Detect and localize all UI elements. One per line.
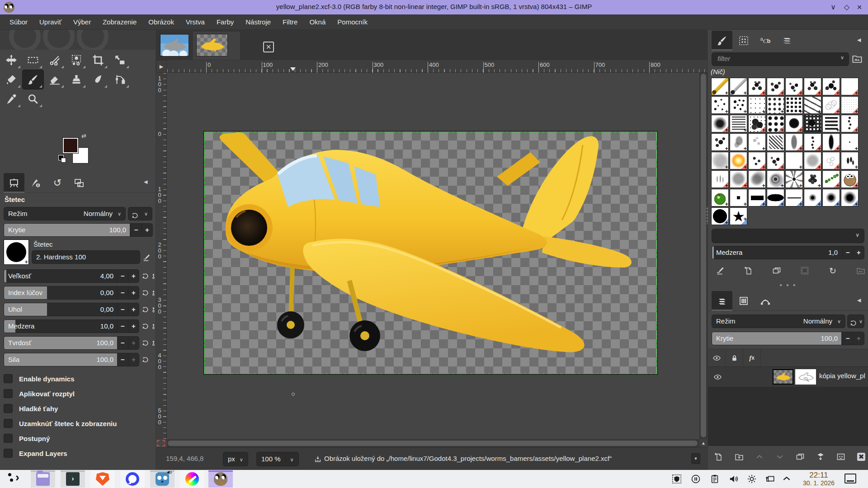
ruler-corner-button[interactable]: ▶ (156, 60, 167, 73)
increment-button[interactable]: + (128, 337, 139, 349)
zoom-follow-button[interactable]: ▲ (699, 439, 708, 447)
increment-button[interactable]: + (128, 286, 139, 299)
lock-icon[interactable] (726, 349, 743, 366)
brush-cell[interactable] (785, 189, 803, 206)
reset-value-icon[interactable] (141, 269, 149, 283)
brush-cell[interactable] (785, 152, 803, 169)
brush-cell[interactable] (804, 133, 821, 151)
brush-cell[interactable] (711, 78, 729, 95)
screen-share-icon[interactable] (672, 474, 682, 484)
brush-cell[interactable] (785, 133, 803, 151)
decrement-button[interactable]: − (117, 337, 128, 349)
tool-scissors-select[interactable] (44, 51, 65, 70)
brush-cell[interactable] (748, 115, 766, 132)
checkbox-box[interactable] (4, 404, 13, 413)
brush-cell[interactable] (767, 170, 784, 188)
horizontal-scrollbar[interactable] (167, 439, 699, 447)
checkbox-box[interactable] (4, 419, 13, 428)
image-tab-sky-plane[interactable] (158, 32, 191, 60)
mode-switch-button[interactable]: ∨ (128, 207, 152, 221)
checkbox-box[interactable] (4, 449, 13, 458)
taskbar-gimp[interactable] (208, 470, 233, 488)
tab-layers[interactable] (712, 291, 732, 311)
tab-patterns[interactable] (733, 31, 754, 51)
brush-cell[interactable] (822, 96, 840, 114)
delete-brush-icon[interactable]: ✖ (796, 263, 814, 278)
decrement-button[interactable]: − (117, 286, 128, 299)
brush-cell[interactable] (822, 115, 840, 132)
layer-mask-thumbnail[interactable] (795, 369, 816, 385)
reset-value-icon[interactable] (141, 336, 149, 350)
brush-cell[interactable] (841, 152, 859, 169)
close-button[interactable]: × (854, 2, 865, 13)
brush-cell[interactable] (804, 189, 821, 206)
menu-nástroje[interactable]: Nástroje (240, 14, 277, 30)
increment-button[interactable]: + (853, 246, 864, 259)
duplicate-brush-icon[interactable] (768, 263, 786, 278)
taskbar-brave[interactable] (90, 470, 115, 488)
decrement-button[interactable]: − (131, 224, 142, 236)
brush-cell[interactable] (748, 189, 766, 206)
decrement-button[interactable]: − (117, 270, 128, 282)
quick-mask-button[interactable] (157, 440, 165, 446)
brush-cell[interactable] (748, 152, 766, 169)
taskbar-file-manager[interactable] (31, 470, 55, 488)
slider-sila[interactable]: Sila100,0−+ (4, 353, 139, 366)
brush-cell[interactable] (822, 78, 840, 95)
tab-channels[interactable] (733, 291, 754, 311)
tool-smudge[interactable] (88, 70, 108, 89)
brush-cell[interactable] (711, 152, 729, 169)
menu-výber[interactable]: Výber (67, 14, 97, 30)
brush-cell[interactable] (711, 207, 729, 225)
menu-farby[interactable]: Farby (211, 14, 240, 30)
brush-cell[interactable] (730, 133, 747, 151)
brush-cell[interactable] (822, 152, 840, 169)
add-mask-icon[interactable] (832, 449, 850, 465)
tool-crop[interactable] (88, 51, 108, 70)
canvas-viewport[interactable] (167, 73, 708, 439)
brush-cell[interactable] (730, 115, 747, 132)
pause-icon[interactable] (691, 474, 701, 484)
merge-down-icon[interactable] (811, 449, 830, 465)
dock-collapse-icon[interactable]: ◀ (857, 297, 861, 303)
reset-value-icon[interactable] (141, 353, 149, 366)
layer-row[interactable]: kópia yellow_pl (708, 367, 868, 387)
tool-bucket-fill[interactable] (1, 70, 22, 89)
brush-cell[interactable] (822, 133, 840, 151)
tool-paths[interactable] (109, 70, 130, 89)
menu-pomocník[interactable]: Pomocník (331, 14, 373, 30)
brush-filter-input[interactable]: filter ∨ (712, 52, 849, 66)
brush-cell[interactable] (730, 170, 747, 188)
tab-tool-options[interactable] (4, 173, 24, 193)
decrement-button[interactable]: − (842, 246, 853, 259)
unit-dropdown[interactable]: px∨ (223, 452, 248, 466)
brush-cell[interactable] (841, 78, 859, 95)
tab-fonts[interactable]: aCb (755, 31, 776, 51)
tray-expand-icon[interactable] (782, 474, 792, 484)
open-brush-as-image-icon[interactable] (852, 263, 868, 278)
reset-value-icon[interactable] (141, 319, 149, 333)
zoom-dropdown[interactable]: 100 %∨ (256, 452, 299, 466)
display-icon[interactable] (765, 474, 775, 484)
decrement-button[interactable]: − (117, 353, 128, 366)
new-brush-icon[interactable] (740, 263, 758, 278)
foreground-color-swatch[interactable] (63, 138, 78, 153)
brush-cell[interactable] (804, 170, 821, 188)
brush-cell[interactable] (711, 133, 729, 151)
brush-cell[interactable] (822, 189, 840, 206)
layer-opacity-slider[interactable]: Krytie 100,0 − + (712, 332, 864, 345)
tab-images[interactable] (69, 173, 90, 193)
tool-paintbrush[interactable] (23, 70, 43, 89)
tool-clone[interactable] (66, 70, 87, 89)
brightness-icon[interactable] (747, 474, 757, 484)
taskbar-godot[interactable] (150, 470, 175, 488)
tab-brushes[interactable] (712, 31, 732, 51)
brush-cell[interactable] (785, 115, 803, 132)
slider-veľkosť[interactable]: Veľkosť4,00−+ (4, 269, 139, 283)
brush-cell[interactable] (804, 152, 821, 169)
layer-mode-dropdown[interactable]: Režim Normálny ∨ (712, 314, 845, 328)
tool-rectangle-select[interactable] (23, 51, 43, 70)
menu-upraviť[interactable]: Upraviť (33, 14, 67, 30)
app-launcher-button[interactable]: › (8, 472, 27, 486)
increment-button[interactable]: + (128, 303, 139, 316)
